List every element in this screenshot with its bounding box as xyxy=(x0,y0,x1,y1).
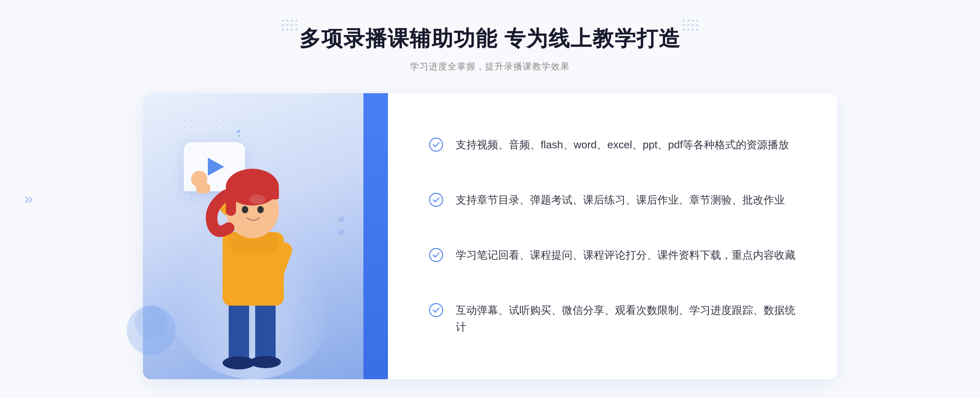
right-features-panel: 支持视频、音频、flash、word、excel、ppt、pdf等各种格式的资源… xyxy=(380,93,837,379)
svg-point-20 xyxy=(430,248,443,262)
feature-item-4: 互动弹幕、试听购买、微信分享、观看次数限制、学习进度跟踪、数据统计 xyxy=(429,293,804,344)
chevron-arrows-deco: «« xyxy=(338,212,345,238)
check-circle-icon-1 xyxy=(429,137,443,152)
svg-point-19 xyxy=(430,193,443,206)
main-title: 多项录播课辅助功能 专为线上教学打造 xyxy=(299,25,681,53)
deco-circle-small xyxy=(135,306,167,338)
svg-point-3 xyxy=(250,356,281,368)
svg-rect-1 xyxy=(255,297,276,361)
check-circle-icon-2 xyxy=(429,192,443,207)
sparkle-dot-1 xyxy=(237,130,240,133)
svg-rect-16 xyxy=(196,183,210,193)
svg-point-18 xyxy=(430,138,443,151)
sparkle-dot-2 xyxy=(238,135,240,137)
check-circle-icon-3 xyxy=(429,248,443,262)
feature-item-3: 学习笔记回看、课程提问、课程评论打分、课件资料下载，重点内容收藏 xyxy=(429,238,804,272)
character-illustration xyxy=(176,142,331,379)
sub-title: 学习进度全掌握，提升录播课教学效果 xyxy=(299,60,681,73)
svg-point-21 xyxy=(430,304,443,317)
feature-text-4: 互动弹幕、试听购买、微信分享、观看次数限制、学习进度跟踪、数据统计 xyxy=(456,302,804,336)
feature-item-1: 支持视频、音频、flash、word、excel、ppt、pdf等各种格式的资源… xyxy=(429,128,804,162)
check-circle-icon-4 xyxy=(429,303,443,318)
feature-item-2: 支持章节目录、弹题考试、课后练习、课后作业、章节测验、批改作业 xyxy=(429,183,804,217)
svg-point-17 xyxy=(249,195,265,204)
feature-text-2: 支持章节目录、弹题考试、课后练习、课后作业、章节测验、批改作业 xyxy=(456,192,785,209)
left-illustration-panel: «« xyxy=(143,93,380,379)
svg-point-14 xyxy=(257,206,264,213)
title-deco-right-dots xyxy=(683,20,698,31)
header-section: 多项录播课辅助功能 专为线上教学打造 学习进度全掌握，提升录播课教学效果 xyxy=(299,25,681,73)
feature-text-3: 学习笔记回看、课程提问、课程评论打分、课件资料下载，重点内容收藏 xyxy=(456,247,795,264)
content-card: «« xyxy=(143,93,837,379)
page-container: 多项录播课辅助功能 专为线上教学打造 学习进度全掌握，提升录播课教学效果 » xyxy=(0,0,980,398)
title-deco-left-dots xyxy=(282,20,297,31)
blue-accent-bar xyxy=(363,93,388,379)
feature-text-1: 支持视频、音频、flash、word、excel、ppt、pdf等各种格式的资源… xyxy=(456,136,789,154)
page-chevron-left-icon: » xyxy=(24,190,33,208)
sparkle-decoration xyxy=(237,130,240,137)
svg-rect-0 xyxy=(229,297,249,363)
svg-point-13 xyxy=(242,206,248,213)
